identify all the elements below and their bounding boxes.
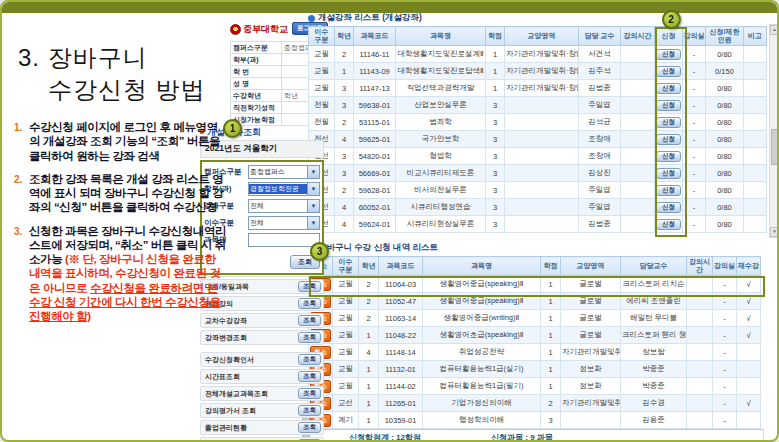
cell: - [683, 80, 706, 97]
form-select[interactable]: 경찰정보학전공▼ [248, 182, 320, 196]
cell: - [683, 63, 706, 80]
cell: 교필 [333, 293, 359, 310]
cell [687, 276, 713, 293]
cart-panel: 장바구니 수강 신청 내역 리스트 취소이수 구분학년과목코드과목명학점교양영역… [308, 242, 764, 442]
menu-search-button[interactable]: 조회 [298, 298, 321, 309]
cell [621, 165, 655, 182]
cell: - [683, 114, 706, 131]
menu-search-button[interactable]: 조회 [298, 354, 321, 365]
chevron-down-icon[interactable]: ▼ [307, 166, 319, 178]
vertical-scrollbar[interactable]: ▲ ▼ [769, 24, 778, 238]
instruction-list: 1. 수강신청 페이지에 로그인 후 메뉴영역의 개설강좌 조회 기능의 “조회… [14, 120, 228, 332]
apply-button[interactable]: 신청 [656, 83, 681, 94]
column-header: 이수 구분 [333, 257, 359, 276]
menu-search-button[interactable]: 조회 [298, 371, 321, 382]
scrollbar-thumb[interactable] [771, 129, 778, 165]
form-select[interactable]: 전체▼ [248, 199, 320, 213]
column-header: 학년 [335, 27, 354, 46]
school-emblem-icon [230, 24, 241, 35]
cell: 54820-01 [354, 148, 396, 165]
cell [687, 310, 713, 327]
instruction-step-1: 1. 수강신청 페이지에 로그인 후 메뉴영역의 개설강좌 조회 기능의 “조회… [14, 120, 228, 163]
cell: - [713, 412, 737, 429]
apply-button[interactable]: 신청 [656, 219, 681, 230]
instruction-step-3: 3. 신청한 과목은 장바구니 수강신청내역리스트에 저장되며, “취소” 버튼… [14, 224, 228, 324]
menu-search-button[interactable]: 조회 [298, 422, 321, 433]
menu-search-button[interactable]: 조회 [298, 332, 321, 343]
cell: - [713, 344, 737, 361]
cell: 1 [541, 361, 561, 378]
cell [505, 165, 579, 182]
cell: 11147-13 [354, 80, 396, 97]
cell: 3 [486, 131, 505, 148]
chevron-down-icon[interactable]: ▼ [307, 217, 319, 229]
table-row: 전선459624-01시큐리티현장실무론3김범종신청-0/80 [309, 216, 767, 233]
cell [744, 80, 767, 97]
cell: - [683, 182, 706, 199]
cell: 3 [486, 165, 505, 182]
cell [505, 97, 579, 114]
apply-button[interactable]: 신청 [656, 49, 681, 60]
step-text: 조회한 강좌 목록은 개설 강좌 리스트 영역에 표시 되며 장바구니 수강신청… [29, 172, 228, 215]
cell: √ [737, 327, 761, 344]
cell [687, 378, 713, 395]
instruction-step-2: 2. 조회한 강좌 목록은 개설 강좌 리스트 영역에 표시 되며 장바구니 수… [14, 172, 228, 215]
cell: 10359-01 [379, 412, 423, 429]
cell: 1 [359, 412, 379, 429]
cell [744, 148, 767, 165]
step-number: 2. [14, 172, 29, 215]
menu-search-button[interactable]: 조회 [298, 405, 321, 416]
chevron-down-icon[interactable]: ▼ [307, 183, 319, 195]
cell [744, 131, 767, 148]
form-select[interactable]: 충청캠퍼스▼ [248, 165, 320, 179]
apply-button[interactable]: 신청 [656, 151, 681, 162]
cell: 비교시큐리티제도론 [396, 165, 486, 182]
menu-search-button[interactable]: 조회 [298, 388, 321, 399]
cell: 3 [486, 114, 505, 131]
apply-button[interactable]: 신청 [656, 185, 681, 196]
column-header: 강의시간 [687, 257, 713, 276]
subject-name-input[interactable] [248, 233, 320, 247]
cell [737, 412, 761, 429]
cell: 1 [541, 293, 561, 310]
apply-button[interactable]: 신청 [656, 100, 681, 111]
apply-button[interactable]: 신청 [656, 117, 681, 128]
cell [561, 412, 621, 429]
column-header: 학년 [359, 257, 379, 276]
cell: 1 [541, 327, 561, 344]
apply-button[interactable]: 신청 [656, 202, 681, 213]
scroll-down-icon[interactable]: ▼ [770, 227, 779, 237]
cell: 신청 [655, 182, 683, 199]
apply-button[interactable]: 신청 [656, 134, 681, 145]
cell: - [713, 327, 737, 344]
apply-button[interactable]: 신청 [656, 168, 681, 179]
cell: 컴퓨터활용능력1급(필기) [423, 378, 541, 395]
column-header: 교양영역 [505, 27, 579, 46]
cell: 교필 [333, 378, 359, 395]
cell [621, 114, 655, 131]
table-row: 교필211146-11대학생활지도및진로설계Ⅱ1자기관리개발및취·창업서건석신청… [309, 46, 767, 63]
cell: 0/150 [706, 63, 744, 80]
scroll-up-icon[interactable]: ▲ [770, 25, 779, 35]
form-select[interactable]: 전체▼ [248, 216, 320, 230]
menu-search-button[interactable]: 조회 [298, 281, 321, 292]
total-credits: 신청학점계 : 12학점 [349, 432, 421, 442]
table-row: 전선354820-01형법학3조창애신청-0/80 [309, 148, 767, 165]
cell: 53115-01 [354, 114, 396, 131]
cell: 0/80 [706, 148, 744, 165]
cell: 11148-14 [379, 344, 423, 361]
step-badge-1: 1 [223, 119, 242, 138]
cell: 2 [359, 293, 379, 310]
chevron-down-icon[interactable]: ▼ [307, 200, 319, 212]
apply-button[interactable]: 신청 [656, 66, 681, 77]
cell [687, 395, 713, 412]
cell: 장보람 [621, 344, 687, 361]
cell: 1 [486, 80, 505, 97]
cell: 김주석 [579, 63, 621, 80]
cell: 1 [541, 344, 561, 361]
select-value: 경찰정보학전공 [249, 184, 307, 194]
login-field-label: 수강학년 [231, 90, 282, 102]
table-row: 전선259628-01비서의전실무론3주일엽신청-0/80 [309, 182, 767, 199]
menu-search-button[interactable]: 조회 [298, 315, 321, 326]
cell: 김수경 [621, 395, 687, 412]
